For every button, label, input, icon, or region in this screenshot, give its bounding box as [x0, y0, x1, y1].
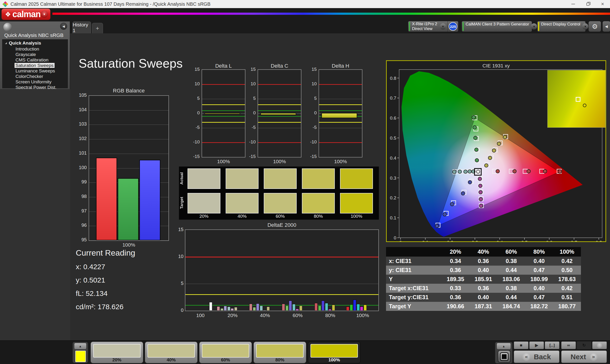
sidebar-item-luminance-sweeps[interactable]: Luminance Sweeps: [2, 68, 68, 74]
stop-icon: ■: [520, 343, 522, 348]
table-row-label: Target Y: [386, 303, 441, 310]
cie-ytick: 0.6: [390, 116, 396, 120]
chevron-up-icon: ▲: [79, 344, 82, 348]
gridline: [319, 99, 362, 99]
add-tab-button[interactable]: +: [92, 23, 103, 33]
bottom-toolbar: ▲ 20%40%60%80%100% ▲ ■▶[‥]∞↻ « Back Next…: [0, 340, 610, 364]
next-button[interactable]: Next »: [561, 351, 607, 363]
tab-history-1[interactable]: History 1: [72, 21, 91, 33]
sidebar-collapse-button[interactable]: ◀: [60, 23, 67, 30]
table-column-header: 40%: [469, 248, 497, 255]
restore-button[interactable]: [581, 0, 595, 8]
refresh-button[interactable]: ↻: [577, 341, 591, 349]
measured-point-green: [474, 136, 477, 140]
settings-button[interactable]: ⚙: [588, 21, 601, 32]
rgb-ytick: 104: [73, 107, 87, 112]
loop-button[interactable]: ∞: [561, 341, 576, 349]
deltae-ytick: 10: [173, 254, 183, 259]
deltae-bar: [217, 306, 220, 311]
measured-point-green: [475, 158, 479, 162]
delta-ytick: -15: [189, 154, 200, 159]
limit-line: [202, 142, 245, 143]
deltae-bar: [253, 307, 256, 311]
rgb-ytick: 99: [73, 179, 87, 185]
sidebar-item-saturation-sweeps[interactable]: Saturation Sweeps: [2, 63, 68, 68]
sidebar-sphere-button[interactable]: [3, 23, 12, 31]
chevron-up-icon: ▲: [502, 344, 506, 348]
measured-point-cyan: [458, 170, 462, 173]
collapse-panel-button[interactable]: ◀: [602, 21, 610, 32]
swatch-target-100%: [340, 193, 373, 213]
measured-point-blue: [450, 203, 454, 206]
chevron-down-icon[interactable]: ▼: [582, 23, 588, 29]
rgb-ytick: 100: [73, 165, 87, 170]
chevron-down-icon[interactable]: ▼: [41, 11, 48, 18]
pattern-level-button-20%[interactable]: 20%: [91, 342, 143, 363]
table-row: x: CIE310.340.360.380.400.42: [386, 257, 581, 266]
refresh-icon: ↻: [582, 343, 586, 348]
deltae-bar: [346, 307, 349, 311]
sidebar-item-cms-calibration[interactable]: CMS Calibration: [2, 57, 68, 63]
expand-transport-panel-button[interactable]: ▲: [497, 343, 511, 350]
close-button[interactable]: ×: [595, 0, 610, 8]
deltae-bar: [249, 304, 252, 311]
measured-point-yellow: [484, 164, 488, 167]
pattern-level-button-80%[interactable]: 80%: [254, 342, 306, 363]
pattern-level-button-40%[interactable]: 40%: [145, 342, 197, 363]
gridline: [89, 125, 169, 125]
chevron-down-icon[interactable]: ▼: [531, 23, 537, 29]
stop-button[interactable]: ■: [514, 341, 529, 349]
display-control-dropdown[interactable]: Direct Display Control ▼: [537, 21, 586, 32]
sidebar-item-screen-uniformity[interactable]: Screen Uniformity: [2, 79, 68, 85]
tree-root-quick-analysis[interactable]: Quick Analysis: [2, 39, 68, 46]
delta-ytick: -15: [245, 154, 256, 159]
step-button[interactable]: [‥]: [545, 341, 559, 349]
delta-bar: [322, 113, 357, 118]
table-cell: 0.40: [525, 258, 553, 264]
blank-button[interactable]: [592, 341, 607, 349]
blank-circle-icon: [597, 343, 602, 348]
chevron-down-icon[interactable]: ▼: [440, 23, 446, 29]
rgb-balance-chart: [89, 95, 169, 241]
target-marker: [576, 97, 581, 102]
limit-line: [202, 116, 245, 117]
delta-ytick: 0: [245, 110, 256, 116]
pattern-level-label: 20%: [91, 357, 143, 363]
pattern-level-button-100%[interactable]: 100%: [308, 342, 361, 363]
pattern-window-button[interactable]: [498, 350, 511, 363]
pattern-generator-dropdown[interactable]: CalMAN Client 3 Pattern Generator ▼: [462, 21, 532, 32]
pattern-level-button-60%[interactable]: 60%: [199, 342, 252, 363]
spectrum-stripe: [52, 13, 610, 15]
deltae-bar: [332, 305, 335, 311]
measured-point-cyan: [464, 170, 467, 173]
deltae-bar: [224, 306, 227, 311]
swatch-column-label: 80%: [302, 214, 335, 219]
swatch-actual-80%: [302, 169, 335, 189]
deltae-ytick: 0: [173, 308, 183, 313]
cie-xtick: 0.3: [472, 240, 478, 241]
back-button[interactable]: « Back: [514, 351, 559, 363]
reading-cdm: cd/m²: 178.626: [76, 303, 135, 311]
gridline: [319, 128, 362, 128]
sidebar-item-introduction[interactable]: Introduction: [2, 46, 68, 52]
current-pattern-swatch[interactable]: [75, 351, 86, 362]
meter-dropdown[interactable]: X-Rite i1Pro 2 Direct View ▼ 225: [408, 21, 458, 32]
tree-expander-icon[interactable]: [5, 42, 7, 44]
measured-point-yellow: [488, 156, 492, 160]
minimize-button[interactable]: [566, 0, 581, 8]
expand-pattern-panel-button[interactable]: ▲: [74, 343, 87, 350]
meter-badge[interactable]: 225: [449, 22, 457, 31]
table-row-label: x: CIE31: [386, 258, 441, 264]
delta-ytick: 10: [189, 81, 200, 87]
deltae-bar: [325, 303, 328, 311]
sidebar-item-grayscale[interactable]: Grayscale: [2, 52, 68, 57]
play-button[interactable]: ▶: [529, 341, 544, 349]
sidebar-item-colorchecker[interactable]: ColorChecker: [2, 74, 68, 79]
delta-ytick: 15: [306, 67, 317, 72]
cie-xtick: 0.5: [521, 240, 528, 241]
calman-menu-button[interactable]: ❖ calman ▼: [1, 9, 51, 20]
display-control-label: Direct Display Control: [539, 21, 582, 27]
delta-ytick: -5: [306, 125, 317, 130]
cie-ytick: 0: [394, 235, 396, 240]
deltae-ytick: 15: [173, 227, 183, 232]
